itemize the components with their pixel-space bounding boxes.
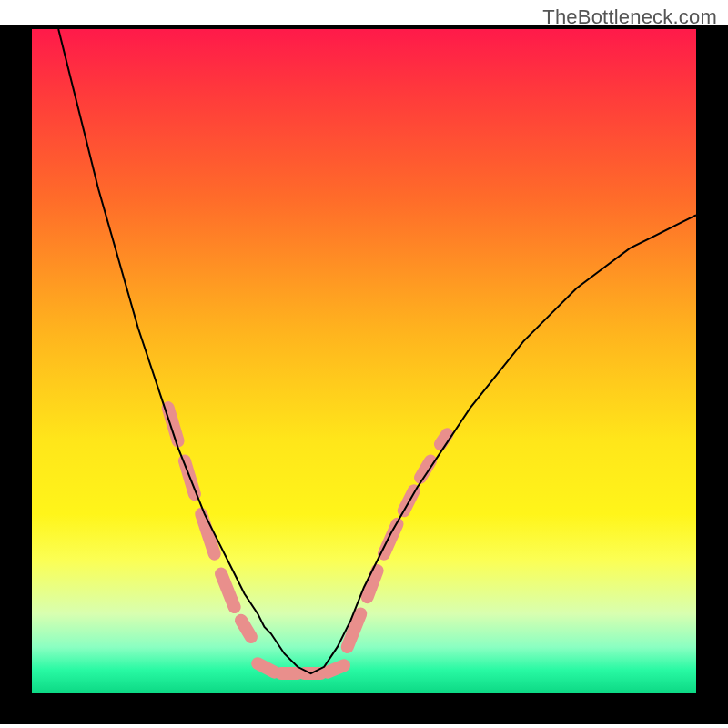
svg-line-5: [258, 663, 274, 672]
plot-frame: [0, 25, 728, 724]
chart-svg: [32, 29, 696, 693]
chart-container: TheBottleneck.com: [0, 0, 728, 728]
plot-area: [32, 29, 696, 693]
svg-line-8: [328, 665, 344, 672]
svg-line-4: [241, 621, 251, 637]
